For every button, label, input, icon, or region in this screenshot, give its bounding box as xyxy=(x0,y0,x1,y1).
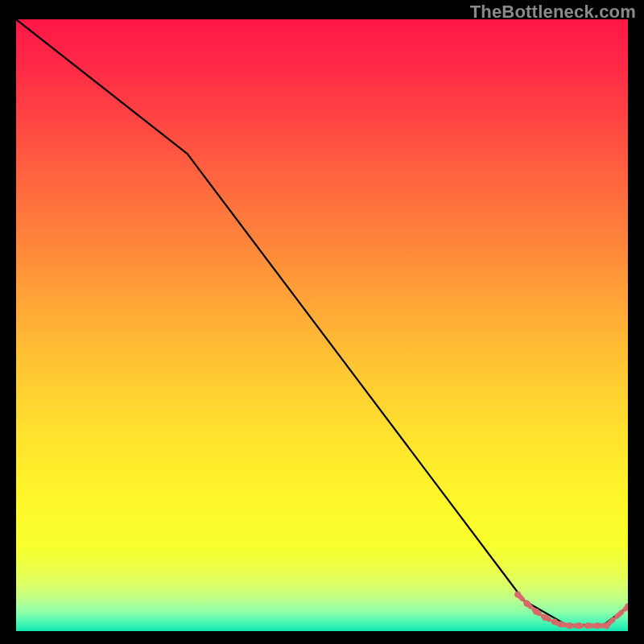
marker-dot xyxy=(603,622,609,629)
marker-dot xyxy=(557,621,564,628)
marker-dot xyxy=(576,622,582,629)
marker-dot xyxy=(514,591,521,597)
curve-line xyxy=(16,19,628,625)
marker-dot xyxy=(551,619,558,625)
marker-dot xyxy=(585,622,592,629)
chart-plot-area xyxy=(16,19,628,631)
marker-dot xyxy=(524,601,530,607)
chart-frame: TheBottleneck.com xyxy=(0,0,644,644)
marker-dot xyxy=(542,614,548,621)
marker-cluster xyxy=(514,591,628,629)
marker-dot xyxy=(567,622,573,629)
chart-svg xyxy=(16,19,628,631)
marker-dot xyxy=(533,609,539,615)
marker-dot xyxy=(594,622,601,629)
